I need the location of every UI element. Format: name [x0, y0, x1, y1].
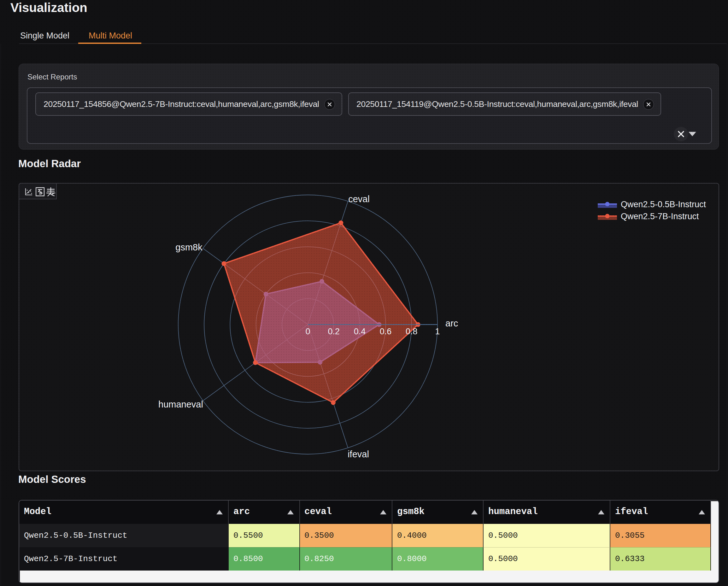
svg-text:0.8: 0.8	[406, 327, 418, 336]
svg-text:0: 0	[305, 327, 310, 336]
svg-text:Qwen2.5-7B-Instruct: Qwen2.5-7B-Instruct	[621, 212, 699, 221]
svg-text:gsm8k: gsm8k	[175, 242, 203, 252]
svg-text:0.6: 0.6	[380, 327, 392, 336]
svg-text:0.2: 0.2	[328, 327, 340, 336]
svg-text:ifeval: ifeval	[347, 449, 369, 459]
svg-text:Qwen2.5-0.5B-Instruct: Qwen2.5-0.5B-Instruct	[621, 199, 706, 209]
svg-text:arc: arc	[445, 318, 458, 328]
svg-text:ceval: ceval	[348, 194, 370, 204]
svg-text:0.4: 0.4	[354, 327, 366, 336]
svg-text:1: 1	[435, 327, 440, 336]
svg-text:humaneval: humaneval	[158, 399, 203, 409]
